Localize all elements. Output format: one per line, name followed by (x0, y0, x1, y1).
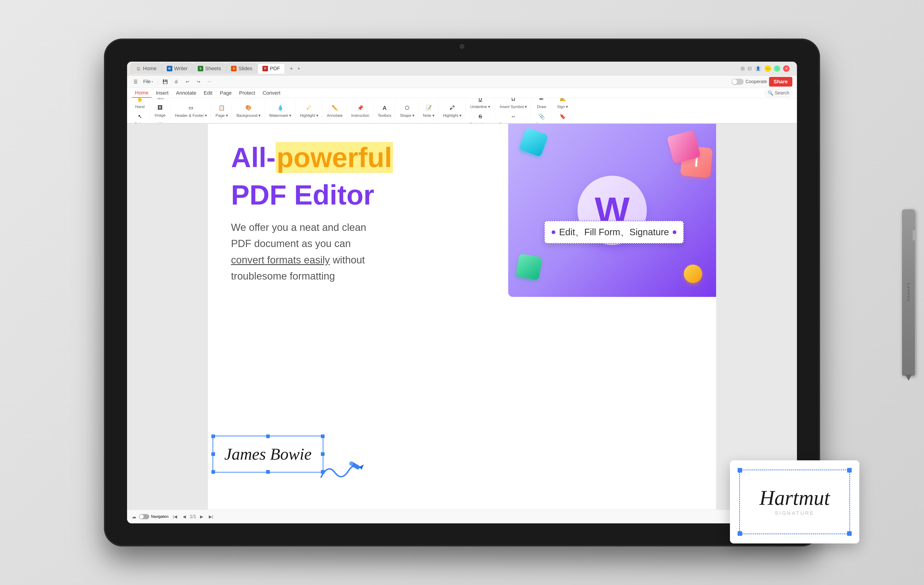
cooperate-section: Cooperate Share (732, 77, 792, 87)
hand-tool-button[interactable]: ✋ Hand (133, 98, 147, 110)
sign-button[interactable]: ✍ Sign ▾ (555, 98, 570, 110)
menu-convert[interactable]: Convert (259, 89, 284, 97)
page2-button[interactable]: 📋 Page ▾ (214, 102, 229, 119)
close-button[interactable]: ✕ (783, 65, 790, 72)
navigation-toggle[interactable] (139, 514, 149, 519)
layout-icon[interactable]: ⊞ (741, 66, 745, 72)
tab-home[interactable]: 🏠 Home (131, 63, 162, 74)
undo-icon[interactable]: ↩ (183, 77, 192, 86)
body-line2: PDF document as you can (231, 238, 351, 249)
annox-button[interactable]: 📎 Annox (534, 111, 549, 124)
replacements-button[interactable]: ↔ Replacements ▾ (497, 111, 529, 124)
stylus-button[interactable] (913, 230, 916, 240)
ribbon-group-background: 🎨 Background ▾ (233, 100, 264, 121)
menu-edit[interactable]: Edit (201, 89, 216, 97)
search-box[interactable]: 🔍 Search (765, 89, 792, 97)
tab-pdf[interactable]: P PDF (257, 63, 285, 74)
resize-handle-bm[interactable] (266, 470, 270, 474)
maximize-button[interactable]: □ (774, 65, 780, 72)
minimize-button[interactable]: — (765, 65, 771, 72)
highlight-button[interactable]: 🖊 Highlight ▾ (298, 102, 320, 119)
ribbon-group-draw: ✏ Draw 📎 Annox (532, 100, 551, 121)
share-button[interactable]: Share (769, 77, 792, 87)
navigation-toggle-area: Navigation (139, 514, 168, 519)
tab-sheets[interactable]: S Sheets (193, 63, 226, 74)
resize-handle-ml[interactable] (211, 452, 215, 456)
headerfooter-button[interactable]: ▭ Header & Footer ▾ (173, 102, 209, 119)
last-page-button[interactable]: ▶| (207, 513, 214, 520)
deleteline-button[interactable]: S Deleteline ▾ (468, 111, 492, 124)
underline-label: Underline ▾ (470, 104, 490, 109)
watermark-button[interactable]: 💧 Watermark ▾ (267, 102, 293, 119)
redo-icon[interactable]: ↪ (194, 77, 203, 86)
stamp-button[interactable]: 🔖 stamp ▾ (554, 111, 571, 124)
resize-handle-bl[interactable] (211, 470, 215, 474)
next-page-button[interactable]: ▶ (198, 513, 205, 520)
background-label: Background ▾ (236, 113, 261, 118)
image-button[interactable]: 🖼 Image (153, 102, 167, 119)
sig-card-handle-tr[interactable] (847, 468, 852, 473)
prev-page-button[interactable]: ◀ (181, 513, 188, 520)
textbox-button[interactable]: A Textbox (376, 102, 393, 119)
textbox-label: Textbox (378, 113, 391, 118)
hamburger-menu[interactable]: ☰ (132, 78, 140, 86)
ribbon-group-handselect: ✋ Hand ↖ Select (131, 100, 149, 121)
pdf-body-text: We offer you a neat and clean PDF docume… (231, 219, 416, 284)
stylus-pen: Lenovo (902, 209, 915, 376)
draw-icon: ✏ (537, 98, 546, 104)
textbox-icon: A (380, 104, 389, 113)
signature-input-box[interactable]: James Bowie (213, 436, 323, 473)
resize-handle-tr[interactable] (321, 435, 325, 438)
resize-handle-tm[interactable] (266, 435, 270, 438)
ribbon-group-highlight: 🖊 Highlight ▾ (296, 100, 322, 121)
note-button[interactable]: 📝 Note ▾ (421, 102, 436, 119)
draw-label: Draw (537, 105, 546, 109)
select-tool-button[interactable]: ↖ Select (133, 111, 147, 124)
tab-slides[interactable]: S Slides (226, 63, 257, 74)
context-popup: Edit、Fill Form、Signature (544, 221, 684, 244)
draw-button[interactable]: ✏ Draw (535, 98, 548, 110)
sig-card-handle-tl[interactable] (738, 468, 742, 473)
menu-page[interactable]: Page (217, 89, 235, 97)
select-icon: ↖ (135, 112, 145, 121)
tab-writer-label: Writer (174, 66, 188, 72)
tablet-device: 🏠 Home W Writer S Sheets S Slides P P (104, 39, 820, 546)
pdf-page: All-powerful PDF Editor We offer you a n… (208, 124, 716, 509)
shape-button[interactable]: ⬡ Shape ▾ (398, 102, 416, 119)
tab-dropdown[interactable]: ▾ (298, 66, 300, 71)
text-button[interactable]: T Text (153, 98, 167, 101)
page-button[interactable]: 📄 Page ▾ (152, 120, 168, 124)
menu-annotate[interactable]: Annotate (173, 89, 200, 97)
sig-card-handle-bl[interactable] (738, 531, 742, 536)
new-tab-button[interactable]: + (286, 63, 296, 74)
grid-view-icon[interactable]: ⊟ (747, 66, 752, 72)
image-label: Image (155, 113, 165, 118)
highlight-label: Highlight ▾ (300, 113, 318, 118)
annotate-button[interactable]: ✏️ Annotate (325, 102, 345, 119)
ribbon-group-highlight2: 🖍 Highlight ▾ (439, 100, 465, 121)
menu-home[interactable]: Home (132, 88, 152, 98)
camera (460, 44, 464, 49)
insertsymbol-button[interactable]: Ω Insert Symbol ▾ (498, 98, 529, 110)
stylus-tip (905, 375, 912, 381)
file-label: File (143, 79, 151, 84)
highlight2-button[interactable]: 🖍 Highlight ▾ (441, 102, 464, 119)
instruction-button[interactable]: 📌 Instruction (349, 102, 371, 119)
underline-button[interactable]: U Underline ▾ (469, 98, 492, 110)
resize-handle-tl[interactable] (211, 435, 215, 438)
highlight2-icon: 🖍 (448, 103, 457, 112)
sig-card-handle-br[interactable] (847, 531, 852, 536)
pdf-headline-line1: All-powerful (231, 142, 693, 173)
file-menu[interactable]: File ▾ (141, 78, 155, 85)
save-icon[interactable]: 💾 (160, 77, 170, 86)
first-page-button[interactable]: |◀ (172, 513, 179, 520)
menu-insert[interactable]: Insert (153, 89, 172, 97)
menu-protect[interactable]: Protect (236, 89, 259, 97)
resize-handle-mr[interactable] (321, 452, 325, 456)
tab-writer[interactable]: W Writer (162, 63, 192, 74)
avatar[interactable]: 👤 (754, 65, 762, 72)
more-icon[interactable]: ··· (205, 77, 214, 86)
print-icon[interactable]: 🖨 (172, 77, 181, 86)
cooperate-toggle[interactable] (732, 79, 744, 85)
background-button[interactable]: 🎨 Background ▾ (235, 102, 262, 119)
